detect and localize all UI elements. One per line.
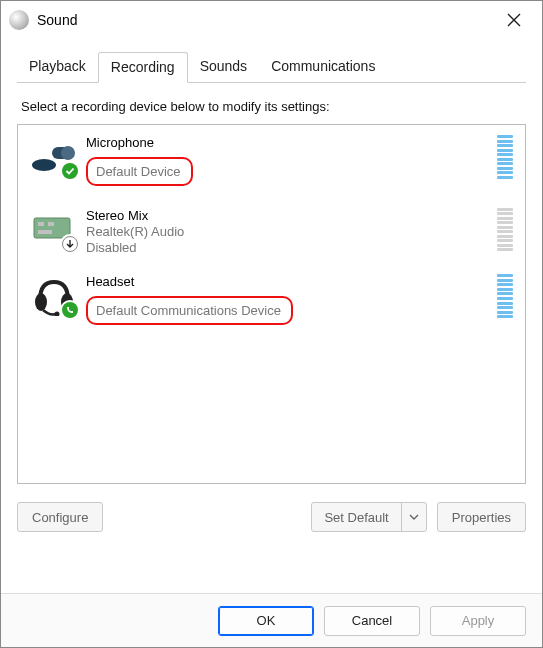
chevron-down-icon [409,514,419,520]
svg-rect-5 [48,222,54,226]
device-row-stereo-mix[interactable]: Stereo Mix Realtek(R) Audio Disabled [18,198,525,265]
configure-button[interactable]: Configure [17,502,103,532]
titlebar: Sound [1,1,542,39]
svg-rect-6 [38,230,52,234]
set-default-dropdown[interactable] [402,514,426,520]
device-row-headset[interactable]: Headset RZ-S500W Default Communications … [18,264,525,337]
check-icon [65,166,75,176]
tab-recording[interactable]: Recording [98,52,188,83]
svg-point-2 [61,146,75,160]
sound-app-icon [9,10,29,30]
svg-point-7 [35,293,47,311]
microphone-icon [30,135,76,177]
device-status: Default Communications Device [96,303,281,318]
apply-button[interactable]: Apply [430,606,526,636]
vu-meter [497,274,513,318]
close-icon [507,13,521,27]
disabled-arrow-icon [65,239,75,249]
cancel-button[interactable]: Cancel [324,606,420,636]
set-default-button[interactable]: Set Default [311,502,426,532]
vu-meter [497,135,513,179]
set-default-label: Set Default [312,503,401,531]
device-status: Disabled [86,240,184,256]
close-button[interactable] [494,5,534,35]
vu-meter [497,208,513,252]
phone-icon [65,305,75,315]
tab-communications[interactable]: Communications [259,52,387,83]
svg-rect-4 [38,222,44,226]
highlight-annotation: Default Communications Device [86,296,293,325]
highlight-annotation: Default Device [86,157,193,186]
device-name: Stereo Mix [86,208,184,224]
svg-point-0 [32,159,56,171]
instruction-text: Select a recording device below to modif… [21,99,522,114]
tab-playback[interactable]: Playback [17,52,98,83]
svg-point-9 [55,312,60,317]
dialog-footer: OK Cancel Apply [1,593,542,647]
device-subtitle: Realtek(R) Audio [86,224,184,240]
device-row-microphone[interactable]: Microphone Realtek(R) Audio Default Devi… [18,125,525,198]
sound-dialog: Sound Playback Recording Sounds Communic… [0,0,543,648]
device-list[interactable]: Microphone Realtek(R) Audio Default Devi… [17,124,526,484]
ok-button[interactable]: OK [218,606,314,636]
device-status: Default Device [96,164,181,179]
properties-button[interactable]: Properties [437,502,526,532]
window-title: Sound [37,12,77,28]
sound-card-icon [30,208,76,250]
headset-icon [30,274,76,316]
tab-sounds[interactable]: Sounds [188,52,259,83]
tab-bar: Playback Recording Sounds Communications [17,51,526,83]
